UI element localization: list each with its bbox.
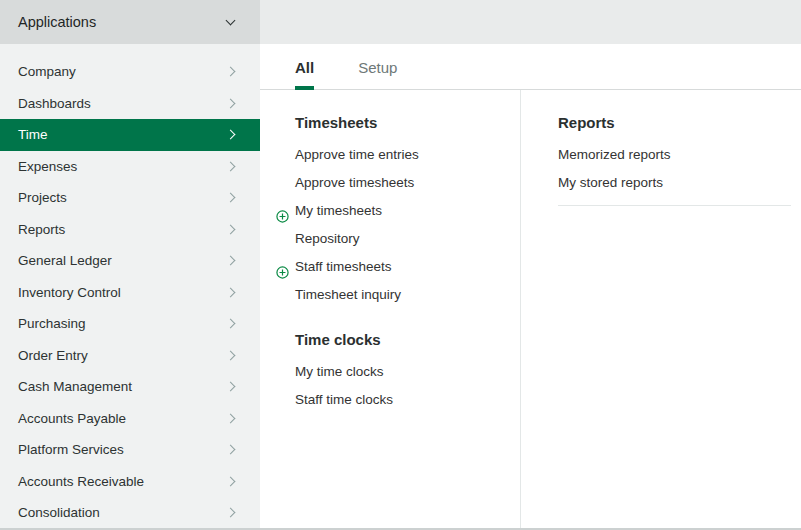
link-my-timesheets[interactable]: My timesheets <box>295 197 520 225</box>
chevron-right-icon <box>226 193 236 203</box>
sidebar-item-label: Inventory Control <box>18 285 121 300</box>
section-title-time-clocks: Time clocks <box>295 331 520 348</box>
sidebar-item-inventory-control[interactable]: Inventory Control <box>0 277 260 309</box>
menu-columns: Timesheets Approve time entries Approve … <box>260 90 801 528</box>
chevron-right-icon <box>226 256 236 266</box>
sidebar-item-label: Accounts Payable <box>18 411 126 426</box>
chevron-right-icon <box>226 382 236 392</box>
sidebar-item-label: Cash Management <box>18 379 132 394</box>
sidebar-item-purchasing[interactable]: Purchasing <box>0 308 260 340</box>
tab-setup[interactable]: Setup <box>358 59 397 89</box>
sidebar-item-company[interactable]: Company <box>0 56 260 88</box>
chevron-right-icon <box>226 413 236 423</box>
add-icon[interactable] <box>276 205 289 218</box>
chevron-right-icon <box>226 130 236 140</box>
chevron-right-icon <box>226 508 236 518</box>
link-my-time-clocks[interactable]: My time clocks <box>295 358 520 386</box>
link-memorized-reports[interactable]: Memorized reports <box>558 141 791 169</box>
sidebar-item-platform-services[interactable]: Platform Services <box>0 434 260 466</box>
tab-all[interactable]: All <box>295 59 314 89</box>
section-title-timesheets: Timesheets <box>295 114 520 131</box>
chevron-right-icon <box>226 224 236 234</box>
sidebar-item-dashboards[interactable]: Dashboards <box>0 88 260 120</box>
chevron-right-icon <box>226 476 236 486</box>
sidebar-item-label: Platform Services <box>18 442 124 457</box>
tab-bar: All Setup <box>260 44 801 90</box>
add-icon[interactable] <box>276 261 289 274</box>
sidebar-item-projects[interactable]: Projects <box>0 182 260 214</box>
sidebar-item-label: Reports <box>18 222 65 237</box>
link-repository[interactable]: Repository <box>295 225 520 253</box>
link-approve-timesheets[interactable]: Approve timesheets <box>295 169 520 197</box>
sidebar-item-accounts-receivable[interactable]: Accounts Receivable <box>0 466 260 498</box>
sidebar-item-label: Consolidation <box>18 505 100 520</box>
chevron-right-icon <box>226 67 236 77</box>
sidebar-item-label: Company <box>18 64 76 79</box>
sidebar-item-accounts-payable[interactable]: Accounts Payable <box>0 403 260 435</box>
link-staff-time-clocks[interactable]: Staff time clocks <box>295 386 520 414</box>
link-staff-timesheets[interactable]: Staff timesheets <box>295 253 520 281</box>
chevron-right-icon <box>226 98 236 108</box>
link-label: Staff timesheets <box>295 259 392 274</box>
chevron-right-icon <box>226 445 236 455</box>
top-strip <box>260 0 801 44</box>
link-label: My timesheets <box>295 203 382 218</box>
applications-title: Applications <box>18 14 96 30</box>
sidebar-item-time[interactable]: Time <box>0 119 260 151</box>
sidebar-item-label: Dashboards <box>18 96 91 111</box>
sidebar-item-reports[interactable]: Reports <box>0 214 260 246</box>
top-bar: Applications <box>0 0 801 44</box>
sidebar-item-expenses[interactable]: Expenses <box>0 151 260 183</box>
section-title-reports: Reports <box>558 114 791 131</box>
link-timesheet-inquiry[interactable]: Timesheet inquiry <box>295 281 520 309</box>
reports-column: Reports Memorized reports My stored repo… <box>520 90 801 528</box>
link-approve-time-entries[interactable]: Approve time entries <box>295 141 520 169</box>
sidebar-item-label: Order Entry <box>18 348 88 363</box>
section-divider <box>558 205 791 206</box>
applications-sidebar: Company Dashboards Time Expenses Project… <box>0 44 260 528</box>
chevron-right-icon <box>226 161 236 171</box>
chevron-right-icon <box>226 319 236 329</box>
sidebar-item-order-entry[interactable]: Order Entry <box>0 340 260 372</box>
sidebar-item-general-ledger[interactable]: General Ledger <box>0 245 260 277</box>
chevron-down-icon <box>226 16 236 26</box>
chevron-right-icon <box>226 350 236 360</box>
sidebar-item-label: General Ledger <box>18 253 112 268</box>
sidebar-item-label: Purchasing <box>18 316 86 331</box>
chevron-right-icon <box>226 287 236 297</box>
applications-menu-header[interactable]: Applications <box>0 0 260 44</box>
sidebar-item-cash-management[interactable]: Cash Management <box>0 371 260 403</box>
sidebar-item-consolidation[interactable]: Consolidation <box>0 497 260 528</box>
sidebar-item-label: Accounts Receivable <box>18 474 144 489</box>
timesheets-column: Timesheets Approve time entries Approve … <box>260 90 520 528</box>
sidebar-item-label: Time <box>18 127 48 142</box>
sidebar-item-label: Expenses <box>18 159 77 174</box>
time-application-panel: All Setup Timesheets Approve time entrie… <box>260 44 801 528</box>
link-my-stored-reports[interactable]: My stored reports <box>558 169 791 197</box>
sidebar-item-label: Projects <box>18 190 67 205</box>
